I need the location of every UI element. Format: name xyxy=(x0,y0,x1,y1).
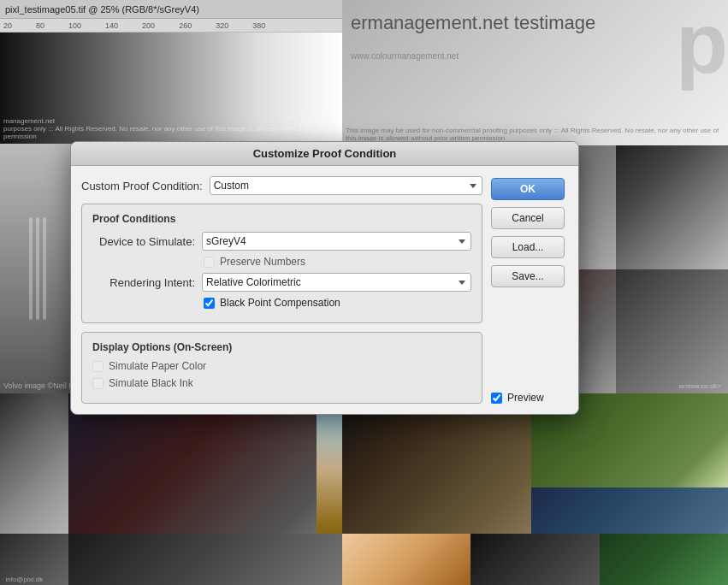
simulate-ink-label: Simulate Black Ink xyxy=(109,377,193,389)
device-simulate-label: Device to Simulate: xyxy=(92,235,195,248)
preview-checkbox[interactable] xyxy=(491,393,502,404)
simulate-paper-checkbox[interactable] xyxy=(92,361,104,372)
bottom-wine: · info@pixl.dk xyxy=(68,534,342,585)
custom-proof-select[interactable]: Custom Working CMYK Working Cyan Plate W… xyxy=(210,176,482,195)
colourmanagement-title: ermanagement.net testimage xyxy=(351,12,595,34)
dialog-titlebar: Customize Proof Condition xyxy=(71,142,578,166)
preview-row: Preview xyxy=(491,392,568,404)
simulate-ink-row: Simulate Black Ink xyxy=(92,377,471,389)
sidebar-decoration xyxy=(0,144,75,393)
dialog-left-column: Custom Proof Condition: Custom Working C… xyxy=(81,176,482,404)
customize-proof-dialog[interactable]: Customize Proof Condition Custom Proof C… xyxy=(70,141,579,415)
bottom-row-2: · info@pixl.dk xyxy=(0,534,342,585)
proof-conditions-legend: Proof Conditions xyxy=(92,213,471,225)
device-simulate-row: Device to Simulate: sGreyV4 sRGB IEC6196… xyxy=(92,232,471,251)
device-simulate-select[interactable]: sGreyV4 sRGB IEC61966-2.1 Adobe RGB (199… xyxy=(202,232,471,251)
display-options-box: Display Options (On-Screen) Simulate Pap… xyxy=(81,332,482,404)
load-button[interactable]: Load... xyxy=(491,236,565,258)
preview-label: Preview xyxy=(507,392,544,404)
image-copyright-bottom: management.netpurposes only ::: All Righ… xyxy=(3,117,342,140)
display-options-legend: Display Options (On-Screen) xyxy=(92,341,471,353)
rendering-intent-label: Rendering Intent: xyxy=(92,276,195,289)
dialog-title: Customize Proof Condition xyxy=(253,147,397,160)
dialog-body: Custom Proof Condition: Custom Working C… xyxy=(71,166,578,414)
custom-proof-label: Custom Proof Condition: xyxy=(81,180,203,192)
cancel-button[interactable]: Cancel xyxy=(491,207,565,229)
simulate-paper-row: Simulate Paper Color xyxy=(92,360,471,372)
proof-conditions-box: Proof Conditions Device to Simulate: sGr… xyxy=(81,204,482,323)
dialog-right-column: OK Cancel Load... Save... Preview xyxy=(491,176,568,404)
bottom-landscape-thumb xyxy=(342,534,471,585)
preserve-numbers-checkbox[interactable] xyxy=(204,257,215,268)
black-point-checkbox[interactable] xyxy=(204,298,215,309)
rendering-intent-row: Rendering Intent: Perceptual Relative Co… xyxy=(92,273,471,292)
left-sidebar-image: Volvo image ©Neil B xyxy=(0,144,75,393)
app-title: pixl_testimage05.tif @ 25% (RGB/8*/sGrey… xyxy=(5,4,199,15)
save-button[interactable]: Save... xyxy=(491,265,565,287)
preserve-numbers-label: Preserve Numbers xyxy=(220,256,305,268)
black-point-row: Black Point Compensation xyxy=(204,297,471,309)
black-point-label: Black Point Compensation xyxy=(220,297,340,309)
button-spacer xyxy=(491,294,568,381)
top-right-copyright: This image may be used for non-commercia… xyxy=(346,127,728,142)
bottom-right-row-2 xyxy=(342,534,728,585)
top-right-photo: ermanagement.net testimage www.colourman… xyxy=(342,0,728,145)
bottom-dark-photo xyxy=(471,534,599,585)
simulate-paper-label: Simulate Paper Color xyxy=(109,360,206,372)
main-image-area: pixl management.netpurposes only ::: All… xyxy=(0,32,342,144)
ok-button[interactable]: OK xyxy=(491,178,565,200)
watch-photo-2 xyxy=(616,269,728,393)
large-p-decoration: p xyxy=(676,0,728,86)
website-url: www.colourmanagement.net xyxy=(351,51,459,61)
rendering-intent-select[interactable]: Perceptual Relative Colorimetric Saturat… xyxy=(202,273,471,292)
volvo-credit: Volvo image ©Neil B xyxy=(3,381,74,390)
watch-photo-1 xyxy=(616,145,728,269)
app-titlebar: pixl_testimage05.tif @ 25% (RGB/8*/sGrey… xyxy=(0,0,342,19)
bottom-aerial-photo xyxy=(600,534,728,585)
preserve-numbers-row: Preserve Numbers xyxy=(204,256,471,268)
ruler: 20 80 100 140 200 260 320 380 xyxy=(0,19,342,32)
custom-proof-row: Custom Proof Condition: Custom Working C… xyxy=(81,176,482,195)
simulate-ink-checkbox[interactable] xyxy=(92,378,104,389)
